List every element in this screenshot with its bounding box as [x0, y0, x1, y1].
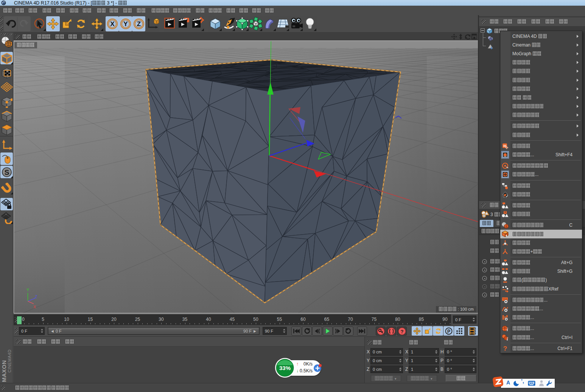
svg-text:?: ? — [503, 345, 507, 352]
svg-text:?: ? — [401, 329, 404, 334]
svg-text:Y: Y — [123, 20, 128, 28]
svg-text:Z: Z — [35, 294, 37, 299]
svg-text:i: i — [507, 327, 508, 332]
svg-text:Y: Y — [26, 288, 30, 292]
svg-text:Z: Z — [137, 20, 140, 28]
svg-text:33%: 33% — [279, 365, 291, 371]
svg-text:X: X — [33, 305, 36, 309]
svg-text:X: X — [110, 20, 115, 28]
svg-text:S: S — [4, 168, 9, 176]
svg-text:i: i — [507, 336, 508, 341]
svg-text:P: P — [447, 328, 450, 334]
